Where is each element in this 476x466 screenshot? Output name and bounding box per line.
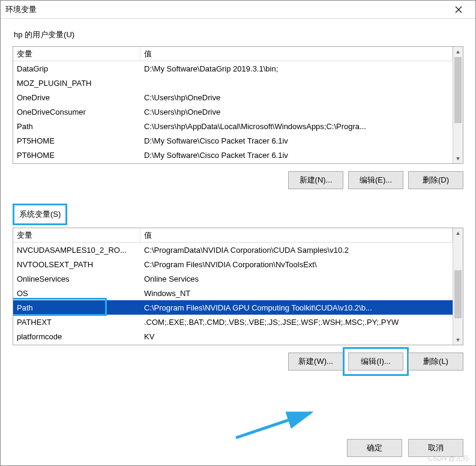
cell-variable: PT6HOME — [13, 151, 140, 160]
system-vars-label-wrap: 系统变量(S) — [13, 204, 463, 229]
table-row[interactable]: OneDriveC:\Users\hp\OneDrive — [13, 90, 453, 104]
user-edit-button[interactable]: 编辑(E)... — [348, 171, 403, 189]
cell-value: C:\Users\hp\OneDrive — [140, 93, 453, 102]
col-variable[interactable]: 变量 — [13, 47, 140, 61]
svg-marker-2 — [456, 50, 460, 53]
cell-value: D:\My Software\Cisco Packet Tracer 6.1iv — [140, 151, 453, 160]
cell-variable: OneDriveConsumer — [13, 107, 140, 116]
user-vars-header: 变量 值 — [13, 47, 453, 61]
table-row[interactable]: PT6HOMED:\My Software\Cisco Packet Trace… — [13, 148, 453, 162]
cell-variable: OneDrive — [13, 93, 140, 102]
cell-variable: Path — [13, 122, 140, 131]
close-icon — [455, 6, 462, 13]
titlebar: 环境变量 — [1, 1, 475, 19]
table-row[interactable]: PathC:\Users\hp\AppData\Local\Microsoft\… — [13, 119, 453, 133]
table-row[interactable]: OSWindows_NT — [13, 286, 453, 300]
scroll-thumb[interactable] — [454, 57, 462, 123]
svg-marker-3 — [456, 157, 460, 160]
table-row[interactable]: PT5HOMED:\My Software\Cisco Packet Trace… — [13, 133, 453, 148]
cancel-button[interactable]: 取消 — [408, 439, 463, 457]
table-row[interactable]: MOZ_PLUGIN_PATH — [13, 76, 453, 90]
dialog-buttons: 确定 取消 — [1, 434, 475, 465]
scroll-thumb[interactable] — [454, 270, 462, 318]
user-delete-button[interactable]: 删除(D) — [408, 171, 463, 189]
cell-value: C:\ProgramData\NVIDIA Corporation\CUDA S… — [140, 246, 453, 255]
user-vars-label: hp 的用户变量(U) — [13, 27, 76, 43]
col-value[interactable]: 值 — [140, 228, 453, 242]
table-row[interactable]: OneDriveConsumerC:\Users\hp\OneDrive — [13, 104, 453, 119]
cell-variable: DataGrip — [13, 64, 140, 73]
table-row[interactable]: DataGripD:\My Software\DataGrip 2019.3.1… — [13, 61, 453, 76]
table-row[interactable]: platformcodeKV — [13, 329, 453, 343]
user-new-button[interactable]: 新建(N)... — [288, 171, 343, 189]
system-vars-section: 系统变量(S) 变量 值 NVCUDASAMPLES10_2_RO...C:\P… — [13, 204, 463, 381]
cell-value: C:\Program Files\NVIDIA Corporation\NvTo… — [140, 260, 453, 269]
cell-value: .COM;.EXE;.BAT;.CMD;.VBS;.VBE;.JS;.JSE;.… — [140, 318, 453, 327]
cell-value: KV — [140, 332, 453, 341]
cell-variable: PATHEXT — [13, 318, 140, 327]
cell-value: C:\Users\hp\AppData\Local\Microsoft\Wind… — [140, 122, 453, 131]
cell-value: D:\My Software\DataGrip 2019.3.1\bin; — [140, 64, 453, 73]
user-vars-buttons: 新建(N)... 编辑(E)... 删除(D) — [13, 164, 463, 200]
system-vars-buttons: 新建(W)... 编辑(I)... 删除(L) — [13, 345, 463, 381]
svg-marker-4 — [456, 232, 460, 235]
user-vars-scrollbar[interactable] — [453, 47, 463, 163]
system-vars-label: 系统变量(S) — [13, 204, 67, 225]
cell-variable: MOZ_PLUGIN_PATH — [13, 79, 140, 88]
cell-variable: platformcode — [13, 332, 140, 341]
scroll-down-icon[interactable] — [453, 153, 463, 163]
cell-variable: OS — [13, 289, 140, 298]
ok-button[interactable]: 确定 — [347, 439, 402, 457]
cell-variable: Path — [13, 303, 140, 312]
cell-value: D:\My Software\Cisco Packet Tracer 6.1iv — [140, 136, 453, 145]
cell-value: C:\Users\hp\OneDrive — [140, 107, 453, 116]
cell-variable: NVTOOLSEXT_PATH — [13, 260, 140, 269]
system-vars-table[interactable]: 变量 值 NVCUDASAMPLES10_2_RO...C:\ProgramDa… — [13, 228, 463, 345]
table-row[interactable]: NVTOOLSEXT_PATHC:\Program Files\NVIDIA C… — [13, 257, 453, 271]
scroll-down-icon[interactable] — [453, 334, 463, 345]
close-button[interactable] — [447, 1, 471, 18]
cell-value: C:\Program Files\NVIDIA GPU Computing To… — [140, 303, 453, 312]
scroll-up-icon[interactable] — [453, 47, 463, 57]
window-title: 环境变量 — [5, 4, 447, 15]
env-variables-dialog: 环境变量 hp 的用户变量(U) 变量 值 DataGripD:\My Soft… — [0, 0, 476, 466]
cell-value: Online Services — [140, 274, 453, 283]
user-vars-section: hp 的用户变量(U) 变量 值 DataGripD:\My Software\… — [13, 27, 463, 200]
table-row[interactable]: PATHEXT.COM;.EXE;.BAT;.CMD;.VBS;.VBE;.JS… — [13, 315, 453, 329]
table-row[interactable]: NVCUDASAMPLES10_2_RO...C:\ProgramData\NV… — [13, 243, 453, 257]
system-edit-button[interactable]: 编辑(I)... — [348, 353, 403, 371]
svg-marker-5 — [456, 339, 460, 342]
cell-variable: PT5HOME — [13, 136, 140, 145]
scroll-up-icon[interactable] — [453, 228, 463, 238]
system-delete-button[interactable]: 删除(L) — [408, 353, 463, 371]
cell-variable: NVCUDASAMPLES10_2_RO... — [13, 246, 140, 255]
col-value[interactable]: 值 — [140, 47, 453, 61]
system-vars-header: 变量 值 — [13, 228, 453, 243]
system-new-button[interactable]: 新建(W)... — [288, 353, 343, 371]
user-vars-table[interactable]: 变量 值 DataGripD:\My Software\DataGrip 201… — [13, 46, 463, 164]
system-vars-scrollbar[interactable] — [453, 228, 463, 345]
col-variable[interactable]: 变量 — [13, 228, 140, 242]
table-row[interactable]: OnlineServicesOnline Services — [13, 271, 453, 286]
table-row[interactable]: PathC:\Program Files\NVIDIA GPU Computin… — [13, 300, 453, 315]
cell-value: Windows_NT — [140, 289, 453, 298]
cell-variable: OnlineServices — [13, 274, 140, 283]
